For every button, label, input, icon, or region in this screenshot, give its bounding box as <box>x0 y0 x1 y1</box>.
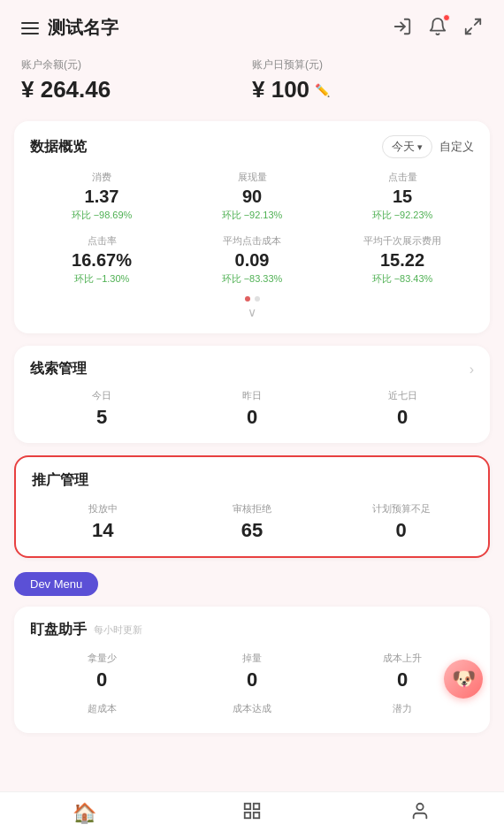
header: 测试名字 <box>0 0 504 50</box>
stat-item: 平均千次展示费用 15.22 环比 −83.43% <box>331 234 474 286</box>
promo-card: 推广管理 投放中 14 审核拒绝 65 计划预算不足 0 <box>14 455 490 558</box>
promo-stat-label: 计划预算不足 <box>330 502 472 515</box>
leads-stat-label: 今日 <box>30 389 173 402</box>
monitor-stat-label: 潜力 <box>331 702 474 715</box>
monitor-stats-grid: 拿量少 0 掉量 0 成本上升 0 超成本 成本达成 潜力 <box>30 652 474 719</box>
monitor-subtitle: 每小时更新 <box>94 623 142 637</box>
stat-label: 点击率 <box>30 234 173 248</box>
stat-value: 15.22 <box>331 250 474 271</box>
stat-value: 15 <box>331 187 474 207</box>
monitor-stat-value: 0 <box>180 668 324 691</box>
monitor-stat-label: 成本达成 <box>180 702 324 715</box>
stat-item: 展现量 90 环比 −92.13% <box>180 171 324 222</box>
leads-chevron-right[interactable]: › <box>470 362 474 378</box>
leads-stat-value: 5 <box>30 406 173 429</box>
balance-label: 账户余额(元) <box>21 57 252 73</box>
promo-title: 推广管理 <box>32 471 88 490</box>
leads-stat-item: 今日 5 <box>30 389 173 429</box>
monitor-stat-value: 0 <box>30 668 173 691</box>
header-left: 测试名字 <box>21 16 118 40</box>
leads-stat-value: 0 <box>180 406 324 429</box>
monitor-stat-label: 拿量少 <box>30 652 173 665</box>
account-budget: 账户日预算(元) ¥ 100 ✏️ <box>252 57 483 103</box>
svg-rect-5 <box>245 813 250 818</box>
stat-label: 点击量 <box>331 171 474 184</box>
edit-budget-icon[interactable]: ✏️ <box>315 83 330 97</box>
svg-line-1 <box>475 19 480 25</box>
apps-icon <box>242 801 262 826</box>
stat-value: 1.37 <box>30 187 173 207</box>
svg-line-2 <box>466 28 471 34</box>
stat-item: 消费 1.37 环比 −98.69% <box>30 171 173 222</box>
stat-item: 点击量 15 环比 −92.23% <box>331 171 474 222</box>
promo-stat-item: 审核拒绝 65 <box>181 502 324 542</box>
stat-value: 0.09 <box>180 250 324 271</box>
monitor-stat-item: 掉量 0 <box>180 652 324 691</box>
dot-indicator <box>30 296 474 302</box>
monitor-title: 盯盘助手 <box>30 621 87 639</box>
svg-point-7 <box>416 804 423 810</box>
dev-menu-button[interactable]: Dev Menu <box>14 572 98 596</box>
promo-stat-label: 审核拒绝 <box>181 502 324 515</box>
data-overview-filters: 今天 ▾ 自定义 <box>382 135 474 158</box>
stat-change: 环比 −92.23% <box>331 209 474 222</box>
monitor-stat-item: 成本达成 <box>180 702 324 719</box>
leads-stat-item: 近七日 0 <box>331 389 474 429</box>
profile-nav-item[interactable] <box>336 801 504 826</box>
leads-stat-label: 近七日 <box>331 389 474 402</box>
stat-change: 环比 −83.43% <box>331 272 474 286</box>
dot-1 <box>245 296 250 302</box>
home-icon: 🏠 <box>73 802 96 825</box>
bottom-nav: 🏠 <box>0 791 504 840</box>
budget-label: 账户日预算(元) <box>252 57 483 73</box>
stat-label: 展现量 <box>180 171 324 184</box>
account-section: 账户余额(元) ¥ 264.46 账户日预算(元) ¥ 100 ✏️ <box>0 50 504 121</box>
leads-card-header: 线索管理 › <box>30 360 474 378</box>
stat-change: 环比 −92.13% <box>180 209 324 222</box>
data-overview-header: 数据概览 今天 ▾ 自定义 <box>30 135 474 158</box>
filter-today-btn[interactable]: 今天 ▾ <box>382 135 432 158</box>
bell-dot <box>443 14 450 21</box>
stat-item: 点击率 16.67% 环比 −1.30% <box>30 234 173 286</box>
promo-stats-grid: 投放中 14 审核拒绝 65 计划预算不足 0 <box>32 502 472 542</box>
svg-rect-3 <box>245 804 250 809</box>
promo-stat-item: 计划预算不足 0 <box>330 502 472 542</box>
monitor-stat-item: 超成本 <box>30 702 173 719</box>
promo-card-header: 推广管理 <box>32 471 472 490</box>
hamburger-icon[interactable] <box>21 22 39 34</box>
promo-stat-value: 0 <box>330 519 472 542</box>
leads-card: 线索管理 › 今日 5 昨日 0 近七日 0 <box>14 346 490 443</box>
leads-stats-grid: 今日 5 昨日 0 近七日 0 <box>30 389 474 429</box>
svg-rect-6 <box>254 813 259 818</box>
promo-stat-item: 投放中 14 <box>32 502 174 542</box>
avatar-float[interactable]: 🐶 <box>444 660 483 699</box>
profile-icon <box>410 801 430 826</box>
filter-custom-btn[interactable]: 自定义 <box>439 139 474 155</box>
apps-nav-item[interactable] <box>168 801 336 826</box>
promo-stat-value: 14 <box>32 519 174 542</box>
stat-label: 消费 <box>30 171 173 184</box>
leads-title: 线索管理 <box>30 360 87 378</box>
promo-stat-label: 投放中 <box>32 502 174 515</box>
dot-2 <box>255 296 260 302</box>
svg-rect-4 <box>254 804 259 809</box>
stat-value: 90 <box>180 187 324 207</box>
stat-change: 环比 −98.69% <box>30 209 173 222</box>
data-overview-card: 数据概览 今天 ▾ 自定义 消费 1.37 环比 −98.69% 展现量 90 … <box>14 121 490 333</box>
stat-label: 平均点击成本 <box>180 234 324 248</box>
monitor-stat-label: 超成本 <box>30 702 173 715</box>
monitor-stat-label: 掉量 <box>180 652 324 665</box>
stat-value: 16.67% <box>30 250 173 271</box>
monitor-stat-item: 潜力 <box>331 702 474 719</box>
promo-stat-value: 65 <box>181 519 324 542</box>
stat-change: 环比 −83.33% <box>180 272 324 286</box>
expand-icon[interactable]: ∨ <box>30 305 474 319</box>
bell-icon[interactable] <box>428 17 447 39</box>
fullscreen-icon[interactable] <box>463 17 483 39</box>
app-title: 测试名字 <box>48 16 118 40</box>
stat-label: 平均千次展示费用 <box>331 234 474 248</box>
header-right <box>393 17 483 39</box>
data-stats-grid: 消费 1.37 环比 −98.69% 展现量 90 环比 −92.13% 点击量… <box>30 171 474 286</box>
login-icon[interactable] <box>393 17 412 39</box>
home-nav-item[interactable]: 🏠 <box>0 801 168 826</box>
